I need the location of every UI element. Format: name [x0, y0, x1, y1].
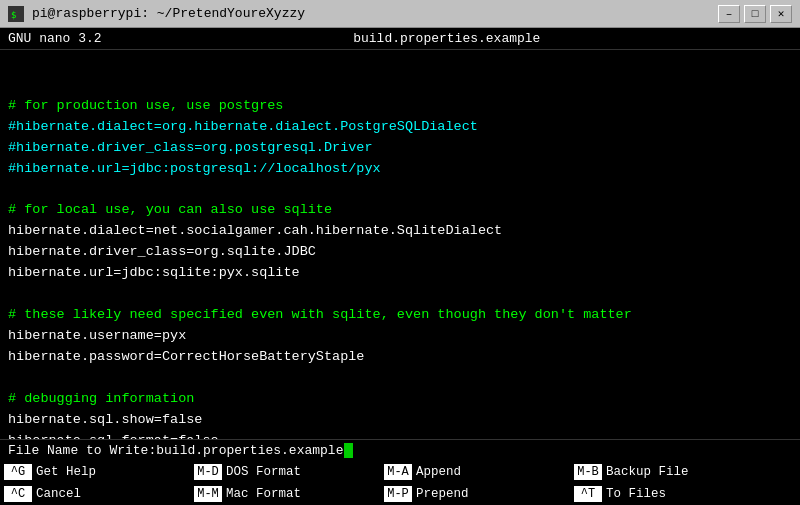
- shortcut-item: M-DDOS Format: [194, 464, 384, 480]
- title-bar-text: pi@raspberrypi: ~/PretendYoureXyzzy: [32, 6, 305, 21]
- title-bar: $ pi@raspberrypi: ~/PretendYoureXyzzy – …: [0, 0, 800, 28]
- shortcut-item: M-PPrepend: [384, 486, 574, 502]
- shortcut-key[interactable]: ^T: [574, 486, 602, 502]
- shortcut-key[interactable]: M-B: [574, 464, 602, 480]
- shortcut-description: Prepend: [416, 487, 469, 501]
- shortcut-key[interactable]: M-M: [194, 486, 222, 502]
- shortcut-description: Append: [416, 465, 461, 479]
- shortcut-item: ^CCancel: [4, 486, 194, 502]
- svg-text:$: $: [11, 10, 16, 20]
- shortcut-description: To Files: [606, 487, 666, 501]
- nano-header: GNU nano 3.2 build.properties.example: [0, 28, 800, 50]
- close-button[interactable]: ✕: [770, 5, 792, 23]
- filename-input[interactable]: build.properties.example: [156, 443, 353, 458]
- nano-filename-header: build.properties.example: [353, 31, 540, 46]
- shortcut-item: M-AAppend: [384, 464, 574, 480]
- editor-area[interactable]: # for production use, use postgres #hibe…: [0, 50, 800, 439]
- filename-label: File Name to Write:: [8, 443, 156, 458]
- filename-bar: File Name to Write: build.properties.exa…: [0, 439, 800, 461]
- shortcut-row: ^GGet HelpM-DDOS FormatM-AAppendM-BBacku…: [0, 461, 800, 483]
- shortcut-key[interactable]: M-D: [194, 464, 222, 480]
- shortcut-key[interactable]: ^C: [4, 486, 32, 502]
- shortcut-item: ^GGet Help: [4, 464, 194, 480]
- editor-content: # for production use, use postgres #hibe…: [8, 54, 792, 439]
- minimize-button[interactable]: –: [718, 5, 740, 23]
- shortcut-key[interactable]: ^G: [4, 464, 32, 480]
- filename-value: build.properties.example: [156, 443, 343, 458]
- shortcut-description: Get Help: [36, 465, 96, 479]
- shortcut-description: Backup File: [606, 465, 689, 479]
- shortcut-item: ^TTo Files: [574, 486, 764, 502]
- shortcut-description: DOS Format: [226, 465, 301, 479]
- nano-version: GNU nano 3.2: [8, 31, 102, 46]
- shortcut-description: Cancel: [36, 487, 81, 501]
- text-cursor: [344, 443, 353, 458]
- maximize-button[interactable]: □: [744, 5, 766, 23]
- shortcut-item: M-BBackup File: [574, 464, 764, 480]
- shortcut-item: M-MMac Format: [194, 486, 384, 502]
- shortcut-row: ^CCancelM-MMac FormatM-PPrepend^TTo File…: [0, 483, 800, 505]
- title-bar-left: $ pi@raspberrypi: ~/PretendYoureXyzzy: [8, 6, 305, 22]
- shortcut-bars: ^GGet HelpM-DDOS FormatM-AAppendM-BBacku…: [0, 461, 800, 505]
- shortcut-description: Mac Format: [226, 487, 301, 501]
- window-controls: – □ ✕: [718, 5, 792, 23]
- shortcut-key[interactable]: M-P: [384, 486, 412, 502]
- shortcut-key[interactable]: M-A: [384, 464, 412, 480]
- terminal-icon: $: [8, 6, 24, 22]
